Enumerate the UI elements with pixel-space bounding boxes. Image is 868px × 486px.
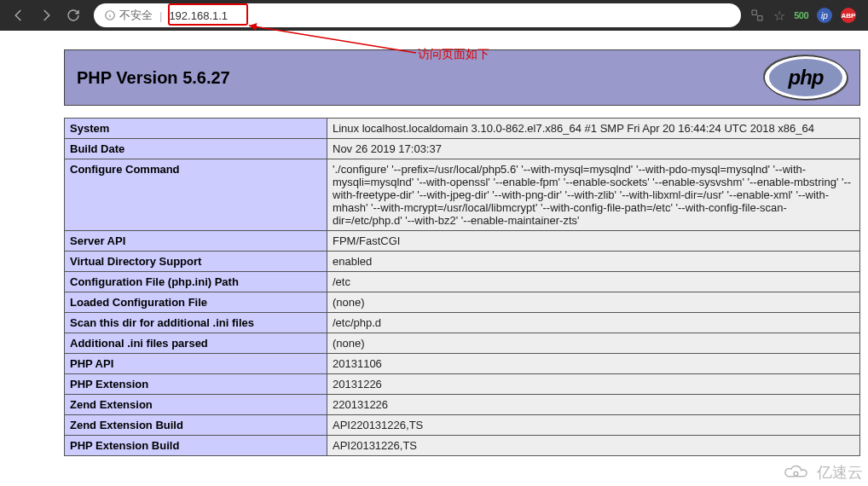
translate-icon[interactable]: [749, 8, 765, 23]
table-row: Virtual Directory Supportenabled: [65, 252, 860, 272]
table-row: Zend Extension220131226: [65, 395, 860, 415]
table-row: Build DateNov 26 2019 17:03:37: [65, 139, 860, 159]
bookmark-star-icon[interactable]: ☆: [773, 8, 785, 24]
url-separator: |: [158, 9, 164, 22]
watermark-text: 亿速云: [817, 462, 863, 483]
table-row: Configure Command'./configure' '--prefix…: [65, 159, 860, 231]
phpinfo-container: PHP Version 5.6.27 php SystemLinux local…: [64, 49, 860, 456]
info-key: Zend Extension Build: [65, 415, 327, 436]
info-value: /etc: [327, 272, 860, 292]
info-key: Build Date: [65, 139, 327, 159]
info-value: (none): [327, 333, 860, 354]
site-info-icon[interactable]: 不安全: [104, 8, 153, 23]
svg-point-4: [794, 472, 798, 476]
info-key: PHP Extension Build: [65, 436, 327, 456]
info-value: FPM/FastCGI: [327, 231, 860, 252]
table-row: PHP Extension BuildAPI20131226,TS: [65, 436, 860, 456]
annotation-text: 访问页面如下: [418, 47, 489, 62]
info-value: Linux localhost.localdomain 3.10.0-862.e…: [327, 119, 860, 139]
page-title: PHP Version 5.6.27: [77, 68, 230, 88]
extension-500[interactable]: 500: [794, 10, 808, 20]
url-bar[interactable]: 不安全 | 192.168.1.1: [94, 3, 741, 27]
cloud-icon: [781, 463, 813, 482]
info-value: enabled: [327, 252, 860, 272]
table-row: Configuration File (php.ini) Path/etc: [65, 272, 860, 292]
forward-button[interactable]: [34, 3, 58, 27]
info-key: Additional .ini files parsed: [65, 333, 327, 354]
extension-abp[interactable]: ABP: [841, 8, 856, 23]
url-text: 192.168.1.1: [169, 9, 228, 22]
php-logo: php: [764, 55, 848, 100]
back-button[interactable]: [7, 3, 31, 27]
extension-ip[interactable]: ip: [817, 8, 832, 23]
info-key: Configure Command: [65, 159, 327, 231]
info-key: PHP API: [65, 354, 327, 374]
info-value: /etc/php.d: [327, 313, 860, 333]
reload-button[interactable]: [61, 3, 85, 27]
info-value: API220131226,TS: [327, 415, 860, 436]
insecure-label: 不安全: [119, 8, 153, 23]
info-value: 20131226: [327, 374, 860, 395]
info-value: Nov 26 2019 17:03:37: [327, 139, 860, 159]
info-key: Virtual Directory Support: [65, 252, 327, 272]
info-value: 220131226: [327, 395, 860, 415]
table-row: PHP API20131106: [65, 354, 860, 374]
info-value: API20131226,TS: [327, 436, 860, 456]
phpinfo-table: SystemLinux localhost.localdomain 3.10.0…: [64, 118, 860, 456]
info-key: Loaded Configuration File: [65, 292, 327, 313]
table-row: Additional .ini files parsed(none): [65, 333, 860, 354]
table-row: PHP Extension20131226: [65, 374, 860, 395]
info-value: './configure' '--prefix=/usr/local/php5.…: [327, 159, 860, 231]
info-key: Scan this dir for additional .ini files: [65, 313, 327, 333]
php-logo-text: php: [769, 59, 842, 96]
info-value: 20131106: [327, 354, 860, 374]
info-key: Server API: [65, 231, 327, 252]
table-row: Zend Extension BuildAPI220131226,TS: [65, 415, 860, 436]
table-row: SystemLinux localhost.localdomain 3.10.0…: [65, 119, 860, 139]
info-key: Zend Extension: [65, 395, 327, 415]
watermark: 亿速云: [781, 462, 863, 483]
info-key: Configuration File (php.ini) Path: [65, 272, 327, 292]
browser-toolbar: 不安全 | 192.168.1.1 ☆ 500 ip ABP: [0, 0, 868, 31]
info-key: PHP Extension: [65, 374, 327, 395]
info-key: System: [65, 119, 327, 139]
table-row: Loaded Configuration File(none): [65, 292, 860, 313]
page-content: PHP Version 5.6.27 php SystemLinux local…: [0, 31, 868, 456]
extension-area: ☆ 500 ip ABP: [749, 8, 861, 24]
table-row: Scan this dir for additional .ini files/…: [65, 313, 860, 333]
table-row: Server APIFPM/FastCGI: [65, 231, 860, 252]
info-value: (none): [327, 292, 860, 313]
